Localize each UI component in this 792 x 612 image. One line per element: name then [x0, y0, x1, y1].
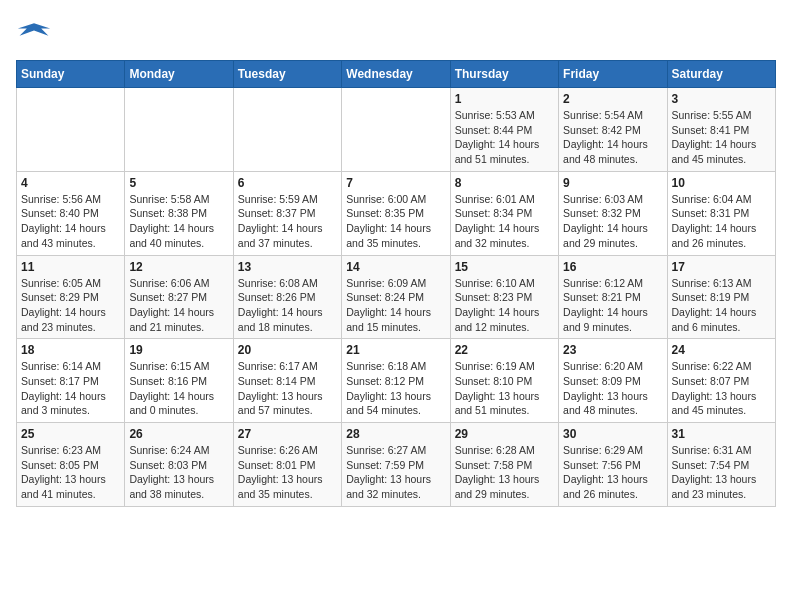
calendar-cell: 18Sunrise: 6:14 AM Sunset: 8:17 PM Dayli… — [17, 339, 125, 423]
calendar-cell: 2Sunrise: 5:54 AM Sunset: 8:42 PM Daylig… — [559, 88, 667, 172]
day-detail: Sunrise: 6:01 AM Sunset: 8:34 PM Dayligh… — [455, 192, 554, 251]
calendar-cell: 11Sunrise: 6:05 AM Sunset: 8:29 PM Dayli… — [17, 255, 125, 339]
day-number: 10 — [672, 176, 771, 190]
day-number: 19 — [129, 343, 228, 357]
weekday-header-monday: Monday — [125, 61, 233, 88]
day-number: 20 — [238, 343, 337, 357]
calendar-cell: 30Sunrise: 6:29 AM Sunset: 7:56 PM Dayli… — [559, 423, 667, 507]
calendar-cell: 4Sunrise: 5:56 AM Sunset: 8:40 PM Daylig… — [17, 171, 125, 255]
day-number: 12 — [129, 260, 228, 274]
calendar-cell: 29Sunrise: 6:28 AM Sunset: 7:58 PM Dayli… — [450, 423, 558, 507]
calendar-cell: 24Sunrise: 6:22 AM Sunset: 8:07 PM Dayli… — [667, 339, 775, 423]
day-number: 26 — [129, 427, 228, 441]
day-number: 21 — [346, 343, 445, 357]
day-number: 23 — [563, 343, 662, 357]
day-detail: Sunrise: 6:06 AM Sunset: 8:27 PM Dayligh… — [129, 276, 228, 335]
day-detail: Sunrise: 6:13 AM Sunset: 8:19 PM Dayligh… — [672, 276, 771, 335]
day-detail: Sunrise: 6:05 AM Sunset: 8:29 PM Dayligh… — [21, 276, 120, 335]
weekday-header-friday: Friday — [559, 61, 667, 88]
day-detail: Sunrise: 6:04 AM Sunset: 8:31 PM Dayligh… — [672, 192, 771, 251]
calendar-cell: 25Sunrise: 6:23 AM Sunset: 8:05 PM Dayli… — [17, 423, 125, 507]
day-number: 1 — [455, 92, 554, 106]
day-detail: Sunrise: 5:54 AM Sunset: 8:42 PM Dayligh… — [563, 108, 662, 167]
calendar-week-4: 18Sunrise: 6:14 AM Sunset: 8:17 PM Dayli… — [17, 339, 776, 423]
day-detail: Sunrise: 5:59 AM Sunset: 8:37 PM Dayligh… — [238, 192, 337, 251]
calendar-cell — [17, 88, 125, 172]
calendar-cell: 13Sunrise: 6:08 AM Sunset: 8:26 PM Dayli… — [233, 255, 341, 339]
calendar-cell — [342, 88, 450, 172]
calendar-cell: 17Sunrise: 6:13 AM Sunset: 8:19 PM Dayli… — [667, 255, 775, 339]
day-number: 22 — [455, 343, 554, 357]
day-detail: Sunrise: 5:58 AM Sunset: 8:38 PM Dayligh… — [129, 192, 228, 251]
calendar-cell: 7Sunrise: 6:00 AM Sunset: 8:35 PM Daylig… — [342, 171, 450, 255]
day-number: 31 — [672, 427, 771, 441]
day-number: 27 — [238, 427, 337, 441]
calendar-cell: 27Sunrise: 6:26 AM Sunset: 8:01 PM Dayli… — [233, 423, 341, 507]
calendar-cell: 31Sunrise: 6:31 AM Sunset: 7:54 PM Dayli… — [667, 423, 775, 507]
calendar-cell: 19Sunrise: 6:15 AM Sunset: 8:16 PM Dayli… — [125, 339, 233, 423]
calendar-cell: 26Sunrise: 6:24 AM Sunset: 8:03 PM Dayli… — [125, 423, 233, 507]
calendar-cell: 12Sunrise: 6:06 AM Sunset: 8:27 PM Dayli… — [125, 255, 233, 339]
day-number: 8 — [455, 176, 554, 190]
weekday-header-thursday: Thursday — [450, 61, 558, 88]
day-detail: Sunrise: 6:09 AM Sunset: 8:24 PM Dayligh… — [346, 276, 445, 335]
day-number: 5 — [129, 176, 228, 190]
day-number: 6 — [238, 176, 337, 190]
day-number: 13 — [238, 260, 337, 274]
day-number: 29 — [455, 427, 554, 441]
logo — [16, 16, 56, 52]
day-number: 28 — [346, 427, 445, 441]
weekday-header-saturday: Saturday — [667, 61, 775, 88]
day-number: 7 — [346, 176, 445, 190]
day-number: 24 — [672, 343, 771, 357]
day-detail: Sunrise: 5:56 AM Sunset: 8:40 PM Dayligh… — [21, 192, 120, 251]
day-detail: Sunrise: 6:20 AM Sunset: 8:09 PM Dayligh… — [563, 359, 662, 418]
page-header — [16, 16, 776, 52]
day-detail: Sunrise: 6:19 AM Sunset: 8:10 PM Dayligh… — [455, 359, 554, 418]
day-detail: Sunrise: 6:18 AM Sunset: 8:12 PM Dayligh… — [346, 359, 445, 418]
calendar-cell: 6Sunrise: 5:59 AM Sunset: 8:37 PM Daylig… — [233, 171, 341, 255]
logo-icon — [16, 16, 52, 52]
calendar-cell: 8Sunrise: 6:01 AM Sunset: 8:34 PM Daylig… — [450, 171, 558, 255]
calendar-week-5: 25Sunrise: 6:23 AM Sunset: 8:05 PM Dayli… — [17, 423, 776, 507]
day-detail: Sunrise: 6:14 AM Sunset: 8:17 PM Dayligh… — [21, 359, 120, 418]
day-detail: Sunrise: 6:17 AM Sunset: 8:14 PM Dayligh… — [238, 359, 337, 418]
day-number: 17 — [672, 260, 771, 274]
calendar-cell: 21Sunrise: 6:18 AM Sunset: 8:12 PM Dayli… — [342, 339, 450, 423]
weekday-header-tuesday: Tuesday — [233, 61, 341, 88]
day-number: 30 — [563, 427, 662, 441]
weekday-header-wednesday: Wednesday — [342, 61, 450, 88]
day-detail: Sunrise: 6:10 AM Sunset: 8:23 PM Dayligh… — [455, 276, 554, 335]
day-detail: Sunrise: 6:27 AM Sunset: 7:59 PM Dayligh… — [346, 443, 445, 502]
day-detail: Sunrise: 6:15 AM Sunset: 8:16 PM Dayligh… — [129, 359, 228, 418]
day-detail: Sunrise: 6:12 AM Sunset: 8:21 PM Dayligh… — [563, 276, 662, 335]
calendar-cell: 15Sunrise: 6:10 AM Sunset: 8:23 PM Dayli… — [450, 255, 558, 339]
day-number: 18 — [21, 343, 120, 357]
day-number: 3 — [672, 92, 771, 106]
day-detail: Sunrise: 6:24 AM Sunset: 8:03 PM Dayligh… — [129, 443, 228, 502]
calendar-week-1: 1Sunrise: 5:53 AM Sunset: 8:44 PM Daylig… — [17, 88, 776, 172]
day-number: 9 — [563, 176, 662, 190]
day-number: 14 — [346, 260, 445, 274]
weekday-header-sunday: Sunday — [17, 61, 125, 88]
day-detail: Sunrise: 5:55 AM Sunset: 8:41 PM Dayligh… — [672, 108, 771, 167]
calendar-cell: 9Sunrise: 6:03 AM Sunset: 8:32 PM Daylig… — [559, 171, 667, 255]
day-detail: Sunrise: 6:26 AM Sunset: 8:01 PM Dayligh… — [238, 443, 337, 502]
calendar-cell: 5Sunrise: 5:58 AM Sunset: 8:38 PM Daylig… — [125, 171, 233, 255]
calendar-cell — [233, 88, 341, 172]
calendar-cell: 22Sunrise: 6:19 AM Sunset: 8:10 PM Dayli… — [450, 339, 558, 423]
day-detail: Sunrise: 6:31 AM Sunset: 7:54 PM Dayligh… — [672, 443, 771, 502]
day-number: 15 — [455, 260, 554, 274]
day-detail: Sunrise: 6:03 AM Sunset: 8:32 PM Dayligh… — [563, 192, 662, 251]
day-detail: Sunrise: 6:28 AM Sunset: 7:58 PM Dayligh… — [455, 443, 554, 502]
day-detail: Sunrise: 5:53 AM Sunset: 8:44 PM Dayligh… — [455, 108, 554, 167]
calendar-cell — [125, 88, 233, 172]
day-detail: Sunrise: 6:23 AM Sunset: 8:05 PM Dayligh… — [21, 443, 120, 502]
day-detail: Sunrise: 6:29 AM Sunset: 7:56 PM Dayligh… — [563, 443, 662, 502]
calendar-cell: 23Sunrise: 6:20 AM Sunset: 8:09 PM Dayli… — [559, 339, 667, 423]
calendar-cell: 14Sunrise: 6:09 AM Sunset: 8:24 PM Dayli… — [342, 255, 450, 339]
calendar-cell: 10Sunrise: 6:04 AM Sunset: 8:31 PM Dayli… — [667, 171, 775, 255]
calendar-cell: 16Sunrise: 6:12 AM Sunset: 8:21 PM Dayli… — [559, 255, 667, 339]
calendar-cell: 3Sunrise: 5:55 AM Sunset: 8:41 PM Daylig… — [667, 88, 775, 172]
calendar-table: SundayMondayTuesdayWednesdayThursdayFrid… — [16, 60, 776, 507]
